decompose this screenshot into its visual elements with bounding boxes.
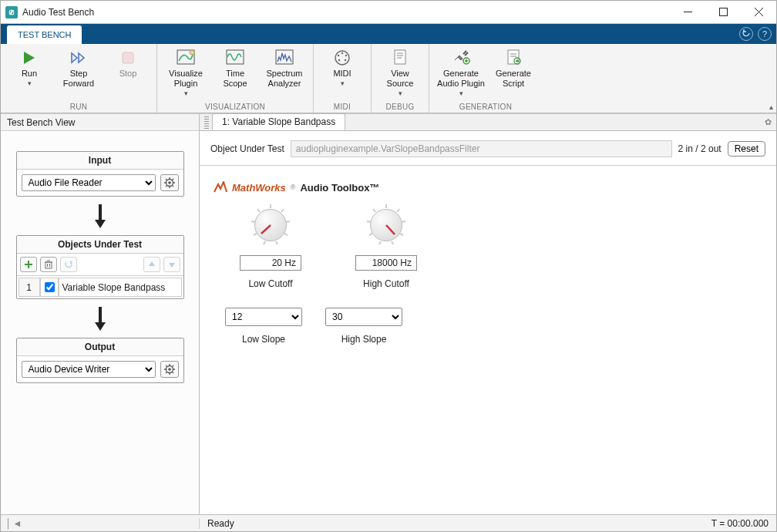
- svg-line-72: [397, 209, 399, 212]
- svg-line-75: [392, 241, 393, 244]
- svg-line-36: [172, 179, 173, 180]
- group-label-debug: DEBUG: [379, 103, 421, 111]
- objects-box-title: Objects Under Test: [17, 236, 183, 254]
- svg-line-57: [166, 365, 166, 366]
- high-cutoff-label: High Cutoff: [363, 278, 409, 289]
- svg-rect-41: [45, 262, 52, 268]
- tab-test-bench[interactable]: TEST BENCH: [7, 25, 82, 44]
- svg-point-16: [338, 59, 340, 61]
- sync-icon[interactable]: [739, 27, 753, 41]
- status-text: Ready: [200, 518, 704, 529]
- group-label-run: RUN: [8, 103, 149, 111]
- svg-marker-38: [95, 220, 106, 228]
- svg-point-17: [345, 59, 346, 61]
- svg-line-65: [276, 241, 278, 244]
- doc-actions-icon[interactable]: ✿: [765, 117, 772, 127]
- svg-rect-18: [395, 50, 405, 64]
- step-forward-button[interactable]: Step Forward: [58, 49, 99, 89]
- reset-button[interactable]: Reset: [728, 141, 765, 157]
- svg-line-33: [166, 179, 166, 180]
- high-slope-label: High Slope: [341, 334, 387, 345]
- group-debug: View Source DEBUG: [372, 44, 429, 113]
- svg-point-52: [168, 368, 171, 371]
- input-select[interactable]: Audio File Reader: [22, 174, 156, 191]
- svg-line-66: [264, 241, 265, 244]
- brand-bar: MathWorks® Audio Toolbox™: [214, 181, 762, 194]
- mathworks-logo-icon: [214, 181, 227, 194]
- time-scope-button[interactable]: Time Scope: [214, 49, 256, 89]
- svg-line-62: [281, 209, 284, 212]
- input-settings-button[interactable]: [160, 174, 179, 191]
- group-label-gen: GENERATION: [437, 103, 534, 111]
- time-display: T = 00:00.000: [704, 518, 776, 529]
- plugin-ui: MathWorks® Audio Toolbox™ 20 Hz Low Cuto…: [200, 166, 776, 360]
- brand-mathworks: MathWorks: [232, 182, 286, 194]
- low-slope-label: Low Slope: [242, 334, 285, 345]
- delete-object-button[interactable]: [40, 257, 57, 272]
- svg-line-60: [172, 365, 173, 366]
- generate-audio-plugin-button[interactable]: Generate Audio Plugin: [437, 49, 485, 97]
- toolstrip: Run Step Forward Stop RUN Visualize Plug…: [1, 44, 776, 113]
- svg-point-9: [190, 50, 194, 55]
- low-slope-select[interactable]: 12: [225, 308, 302, 326]
- doc-tab-1[interactable]: 1: Variable Slope Bandpass: [212, 113, 345, 130]
- input-box: Input Audio File Reader: [16, 151, 184, 197]
- svg-point-28: [168, 181, 171, 184]
- row-checkbox[interactable]: [40, 278, 59, 297]
- high-slope-select[interactable]: 30: [325, 308, 402, 326]
- arrow-down-icon: [92, 203, 108, 229]
- close-button[interactable]: [741, 1, 776, 24]
- move-down-button: [163, 257, 180, 272]
- low-cutoff-label: Low Cutoff: [248, 278, 292, 289]
- status-bar: │◄ Ready T = 00:00.000: [1, 514, 776, 531]
- svg-line-76: [379, 241, 381, 244]
- test-bench-view-header: Test Bench View: [1, 114, 199, 131]
- io-count: 2 in / 2 out: [678, 143, 722, 154]
- low-cutoff-knob[interactable]: [248, 203, 293, 247]
- run-button[interactable]: Run: [8, 49, 50, 87]
- spectrum-analyzer-button[interactable]: Spectrum Analyzer: [264, 49, 305, 89]
- svg-marker-47: [149, 261, 155, 266]
- doc-drag-handle[interactable]: [204, 116, 209, 130]
- visualize-plugin-button[interactable]: Visualize Plugin: [165, 49, 207, 97]
- document-area: 1: Variable Slope Bandpass ✿ Object Unde…: [200, 114, 776, 514]
- generate-script-button[interactable]: Generate Script: [493, 49, 534, 89]
- svg-line-34: [172, 186, 173, 187]
- object-under-test-field[interactable]: [291, 140, 672, 157]
- title-bar: ⎚ Audio Test Bench: [1, 1, 776, 24]
- group-label-midi: MIDI: [321, 103, 363, 111]
- svg-line-35: [166, 186, 166, 187]
- row-index: 1: [18, 278, 40, 297]
- jump-to-start-button[interactable]: │◄: [1, 518, 200, 529]
- toolstrip-collapse-icon[interactable]: ▴: [769, 103, 773, 111]
- object-row[interactable]: 1 Variable Slope Bandpass: [17, 276, 183, 298]
- objects-under-test-box: Objects Under Test 1 Variable Slope Band…: [16, 235, 184, 299]
- help-icon[interactable]: ?: [758, 27, 772, 41]
- svg-line-59: [166, 372, 166, 373]
- maximize-button[interactable]: [705, 1, 741, 24]
- svg-marker-50: [95, 322, 106, 331]
- object-under-test-label: Object Under Test: [210, 143, 284, 154]
- output-box-title: Output: [17, 338, 183, 356]
- app-icon: ⎚: [5, 6, 18, 19]
- svg-point-15: [345, 55, 347, 56]
- svg-rect-1: [719, 8, 727, 16]
- svg-marker-5: [72, 53, 77, 62]
- group-generation: Generate Audio Plugin Generate Script GE…: [429, 44, 542, 113]
- low-cutoff-value[interactable]: 20 Hz: [240, 255, 301, 271]
- midi-button[interactable]: MIDI: [321, 49, 363, 87]
- high-cutoff-knob[interactable]: [364, 203, 409, 247]
- svg-line-58: [172, 372, 173, 373]
- output-select[interactable]: Audio Device Writer: [22, 361, 156, 378]
- svg-point-13: [341, 52, 343, 54]
- minimize-button[interactable]: [670, 1, 705, 24]
- output-settings-button[interactable]: [160, 361, 179, 378]
- add-object-button[interactable]: [20, 257, 37, 272]
- group-midi: MIDI MIDI: [314, 44, 372, 113]
- row-name: Variable Slope Bandpass: [59, 278, 182, 297]
- view-source-button[interactable]: View Source: [379, 49, 421, 97]
- high-cutoff-value[interactable]: 18000 Hz: [355, 255, 417, 271]
- refresh-object-button: [60, 257, 77, 272]
- arrow-down-icon: [92, 305, 108, 332]
- svg-point-14: [338, 55, 339, 56]
